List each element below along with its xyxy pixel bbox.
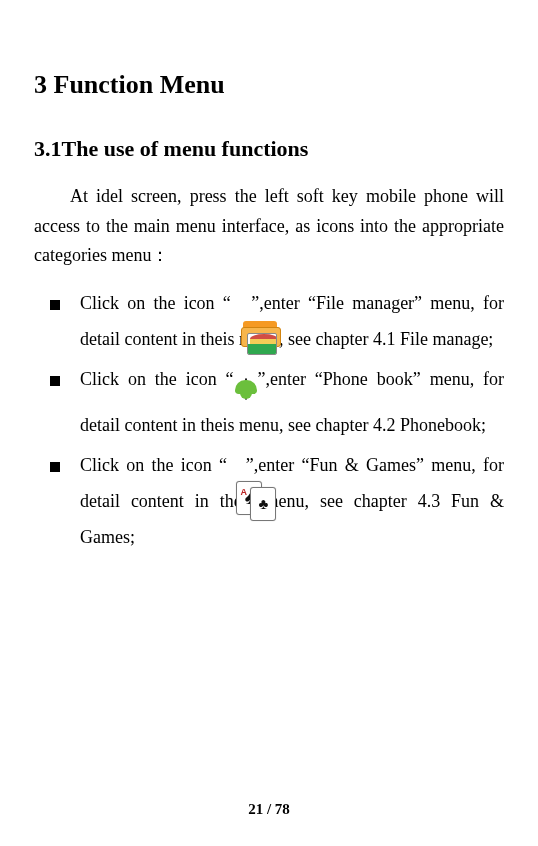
page-number: 21 / 78 [0, 801, 538, 818]
list-item: Click on the icon “ ”,enter “File manage… [44, 285, 504, 357]
heading-1: 3 Function Menu [34, 70, 504, 100]
list-item: Click on the icon “ ”,enter “Phone book”… [44, 361, 504, 443]
list-item-text-pre: Click on the icon “ [80, 455, 227, 475]
heading-2: 3.1The use of menu functions [34, 136, 504, 162]
phone-book-icon [245, 371, 247, 407]
bullet-list: Click on the icon “ ”,enter “File manage… [44, 285, 504, 555]
intro-paragraph: At idel screen, press the left soft key … [34, 182, 504, 271]
list-item-text-pre: Click on the icon “ [80, 293, 231, 313]
document-page: 3 Function Menu 3.1The use of menu funct… [0, 0, 538, 846]
list-item-text-pre: Click on the icon “ [80, 369, 234, 389]
list-item: Click on the icon “ ♠ ♣ ”,enter “Fun & G… [44, 447, 504, 555]
